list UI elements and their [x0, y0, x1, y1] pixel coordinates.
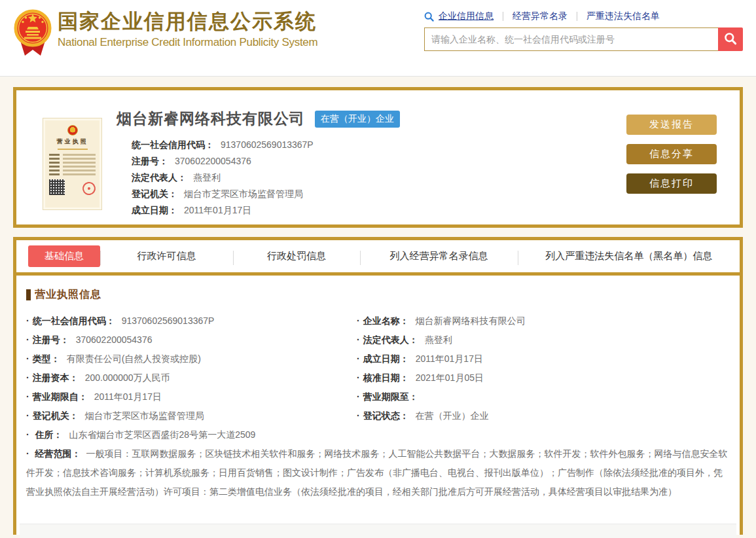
- detail-field-term-from: 营业期限自：2011年01月17日: [26, 387, 357, 406]
- detail-card: 基础信息 行政许可信息 行政处罚信息 列入经营异常名录信息 列入严重违法失信名单…: [13, 237, 743, 535]
- status-badge: 在营（开业）企业: [315, 111, 400, 128]
- tab-serious-illegal-blacklist-info[interactable]: 列入严重违法失信名单（黑名单）信息: [518, 240, 740, 272]
- nav-link-enterprise-credit[interactable]: 企业信用信息: [439, 10, 494, 22]
- detail-field-company-type: 类型：有限责任公司(自然人投资或控股): [26, 350, 357, 368]
- tab-abnormal-operation-list-info[interactable]: 列入经营异常名录信息: [360, 240, 518, 272]
- search-type-nav: 企业信用信息 经营异常名录 严重违法失信名单: [424, 9, 743, 24]
- company-summary-info: 烟台新睿网络科技有限公司 在营（开业）企业 统一社会信用代码：913706025…: [117, 109, 400, 219]
- nav-separator: [577, 12, 577, 21]
- nav-separator: [503, 12, 503, 21]
- license-emblem-icon: [67, 125, 78, 135]
- detail-right-column: 企业名称：烟台新睿网络科技有限公司 法定代表人：燕登利 成立日期：2011年01…: [357, 312, 730, 425]
- nav-link-illegal-dishonest-list[interactable]: 严重违法失信名单: [586, 10, 660, 22]
- site-title: 国家企业信用信息公示系统: [58, 9, 317, 35]
- tab-admin-penalty-info[interactable]: 行政处罚信息: [233, 240, 359, 272]
- detail-field-legal-rep: 法定代表人：燕登利: [357, 331, 730, 350]
- national-emblem-logo: [14, 6, 52, 62]
- nav-link-abnormal-list[interactable]: 经营异常名录: [513, 10, 567, 22]
- tab-separator: [518, 251, 518, 265]
- header-search-area: 企业信用信息 经营异常名录 严重违法失信名单: [424, 9, 743, 51]
- license-qr-code: [49, 179, 65, 195]
- tab-separator: [360, 251, 361, 265]
- search-input[interactable]: [424, 27, 718, 51]
- print-info-button[interactable]: 信息打印: [626, 173, 717, 194]
- search-bar: [424, 27, 743, 51]
- summary-field-list: 统一社会信用代码：91370602569013367P 注册号：37060220…: [132, 137, 400, 219]
- tab-bar: 基础信息 行政许可信息 行政处罚信息 列入经营异常名录信息 列入严重违法失信名单…: [16, 240, 740, 276]
- company-summary-card: 营业执照 烟台新睿网络科技有限公司 在营（开业: [13, 87, 743, 228]
- detail-field-registered-capital: 注册资本：200.000000万人民币: [26, 368, 357, 387]
- detail-field-approval-date: 核准日期：2021年01月05日: [357, 368, 730, 387]
- summary-field-reg-number: 注册号：370602200054376: [132, 153, 400, 170]
- send-report-button[interactable]: 发送报告: [626, 115, 717, 135]
- detail-left-column: 统一社会信用代码：91370602569013367P 注册号：37060220…: [26, 312, 357, 425]
- next-section-strip: [20, 524, 736, 538]
- detail-field-term-to: 营业期限至：: [357, 387, 730, 406]
- tab-separator: [100, 251, 101, 265]
- detail-field-registration-status: 登记状态：在营（开业）企业: [357, 406, 730, 425]
- tab-basic-info[interactable]: 基础信息: [28, 245, 100, 267]
- site-header: 国家企业信用信息公示系统 National Enterprise Credit …: [0, 0, 756, 77]
- detail-field-company-name: 企业名称：烟台新睿网络科技有限公司: [357, 312, 730, 331]
- share-info-button[interactable]: 信息分享: [626, 144, 717, 164]
- license-red-seal-icon: [81, 181, 97, 196]
- search-button[interactable]: [718, 27, 743, 51]
- business-license-image[interactable]: 营业执照: [43, 118, 102, 210]
- business-license-info-section: 营业执照信息 统一社会信用代码：91370602569013367P 注册号：3…: [16, 276, 740, 501]
- tab-admin-license-info[interactable]: 行政许可信息: [100, 240, 233, 272]
- site-subtitle: National Enterprise Credit Information P…: [58, 35, 317, 50]
- summary-field-legal-rep: 法定代表人：燕登利: [132, 170, 400, 186]
- section-title-bar: [26, 289, 31, 300]
- license-detail-grid: 统一社会信用代码：91370602569013367P 注册号：37060220…: [26, 312, 730, 425]
- search-icon: [724, 32, 737, 47]
- summary-field-credit-code: 统一社会信用代码：91370602569013367P: [132, 137, 400, 153]
- section-title: 营业执照信息: [26, 288, 730, 302]
- page: 国家企业信用信息公示系统 National Enterprise Credit …: [0, 0, 756, 535]
- detail-field-business-scope: 经营范围：一般项目：互联网数据服务；区块链技术相关软件和服务；网络技术服务；人工…: [26, 444, 730, 501]
- license-title: 营业执照: [49, 137, 96, 146]
- summary-action-buttons: 发送报告 信息分享 信息打印: [626, 115, 717, 203]
- license-divider: [58, 149, 88, 150]
- search-icon: [424, 12, 434, 22]
- detail-field-reg-number: 注册号：370602200054376: [26, 331, 357, 350]
- detail-field-reg-authority: 登记机关：烟台市芝罘区市场监督管理局: [26, 406, 357, 425]
- license-text-lines: [49, 154, 96, 175]
- detail-field-established-date: 成立日期：2011年01月17日: [357, 350, 730, 368]
- detail-field-credit-code: 统一社会信用代码：91370602569013367P: [26, 312, 357, 331]
- summary-field-established-date: 成立日期：2011年01月17日: [132, 202, 400, 219]
- company-name: 烟台新睿网络科技有限公司: [117, 109, 305, 129]
- main-content: 营业执照 烟台新睿网络科技有限公司 在营（开业: [0, 77, 756, 535]
- detail-field-address: 住所：山东省烟台市芝罘区西盛街28号第一大道2509: [26, 425, 730, 444]
- tab-separator: [233, 251, 234, 265]
- summary-field-reg-authority: 登记机关：烟台市芝罘区市场监督管理局: [132, 186, 400, 202]
- site-titles: 国家企业信用信息公示系统 National Enterprise Credit …: [58, 9, 317, 50]
